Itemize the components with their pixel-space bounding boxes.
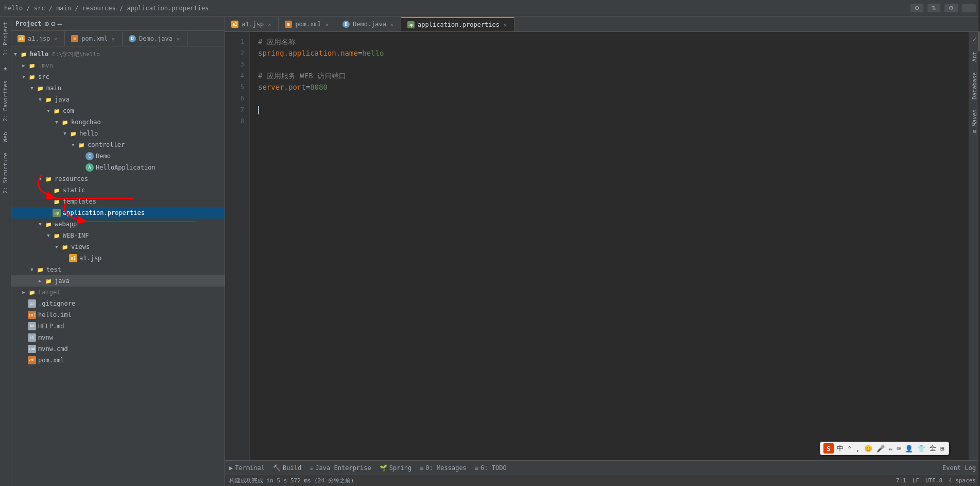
tree-item-test[interactable]: 📁 test: [11, 264, 225, 275]
editor-tab-pomxml[interactable]: m pom.xml ✕: [279, 17, 336, 31]
tree-item-gitignore[interactable]: gi .gitignore: [11, 298, 225, 309]
bottom-tab-terminal[interactable]: ▶ Terminal: [229, 464, 265, 472]
ime-mic[interactable]: 🎤: [875, 445, 886, 453]
tree-item-webinf[interactable]: 📁 WEB-INF: [11, 230, 225, 241]
sidebar-tab-project[interactable]: 1: Project: [2, 16, 9, 61]
panel-icon-settings[interactable]: ⚙: [51, 20, 55, 28]
toolbar-btn-1[interactable]: ⊕: [910, 4, 923, 12]
ime-emoji[interactable]: 😊: [863, 445, 873, 453]
toolbar-btn-2[interactable]: ⇅: [927, 4, 940, 12]
checkmark-icon[interactable]: ✓: [972, 32, 976, 46]
ime-keyboard[interactable]: ⌨: [896, 445, 902, 453]
tree-item-helloiml[interactable]: iml hello.iml: [11, 309, 225, 321]
tree-item-resources[interactable]: 📁 resources: [11, 173, 225, 185]
ime-toolbar[interactable]: S 中 ° , 😊 🎤 ✏ ⌨ 👤 👕 全 ⊞: [820, 442, 949, 455]
tab-close-a1jsp[interactable]: ✕: [53, 36, 58, 42]
sidebar-tab-favorites-star[interactable]: ★: [3, 61, 7, 75]
ime-chinese[interactable]: 中: [836, 444, 845, 453]
event-log-link[interactable]: Event Log: [942, 464, 976, 472]
editor-tab-a1jsp[interactable]: a1 a1.jsp ✕: [225, 17, 279, 31]
tree-item-webapp[interactable]: 📁 webapp: [11, 219, 225, 230]
bottom-tab-messages[interactable]: ≡ 0: Messages: [420, 464, 467, 472]
panel-icon-locate[interactable]: ⊕: [45, 20, 49, 28]
tree-item-kongchao[interactable]: 📁 kongchao: [11, 116, 225, 128]
editor-tab-label-a1jsp: a1.jsp: [242, 21, 264, 28]
tab-close-pomxml[interactable]: ✕: [111, 36, 116, 42]
toolbar-btn-3[interactable]: ⚙: [944, 4, 958, 12]
tree-item-helpmd[interactable]: md HELP.md: [11, 321, 225, 332]
tree-label-helpmd: HELP.md: [38, 323, 220, 330]
tree-label-pomxml: pom.xml: [38, 357, 220, 364]
sidebar-label-database[interactable]: Database: [971, 67, 978, 105]
tree-item-target[interactable]: 📁 target: [11, 287, 225, 298]
tab-pomxml[interactable]: m pom.xml ✕: [65, 31, 123, 46]
line-num-2: 2: [225, 47, 249, 59]
code-editor[interactable]: # 应用名称 spring.application.name=hello # 应…: [250, 32, 969, 460]
tree-item-java[interactable]: 📁 java: [11, 94, 225, 105]
right-scrollbar-thumb[interactable]: [978, 32, 980, 52]
tree-item-a1jsp[interactable]: a1 a1.jsp: [11, 253, 225, 264]
tree-arrow-resources: [36, 175, 44, 183]
tree-arrow-webinf: [44, 231, 53, 240]
tree-arrow-templates: [44, 197, 53, 206]
project-tree[interactable]: 📁 hello E:\学习吧\hello 📁 .mvn 📁 src: [11, 46, 225, 486]
tree-item-src[interactable]: 📁 src: [11, 71, 225, 82]
tree-item-mvn[interactable]: 📁 .mvn: [11, 60, 225, 71]
tree-item-hello-pkg[interactable]: 📁 hello: [11, 128, 225, 139]
editor-tab-appprops[interactable]: ap application.properties ✕: [401, 17, 514, 31]
tree-item-demo[interactable]: C Demo: [11, 150, 225, 162]
tree-item-controller[interactable]: 📁 controller: [11, 139, 225, 150]
editor-content: 1 2 3 4 5 6 7 8 # 应用名称 spring.applicatio…: [225, 32, 980, 460]
sidebar-tab-structure[interactable]: 2: Structure: [2, 147, 9, 198]
file-icon-mvnwcmd: cmd: [28, 345, 36, 353]
tab-close-demojava[interactable]: ✕: [176, 36, 181, 42]
ime-shirt[interactable]: 👕: [916, 445, 926, 453]
tree-item-java-test[interactable]: 📁 java: [11, 275, 225, 287]
file-icon-helloiml: iml: [28, 311, 36, 319]
tree-arrow-main: [28, 84, 36, 92]
editor-tab-demojava[interactable]: D Demo.java ✕: [336, 17, 401, 31]
tree-item-helloapplication[interactable]: A HelloApplication: [11, 162, 225, 173]
ime-dot[interactable]: °: [847, 445, 853, 453]
tree-label-helloiml: hello.iml: [38, 311, 220, 319]
folder-icon-templates: 📁: [53, 197, 61, 206]
toolbar-right: ⊕ ⇅ ⚙ —: [910, 4, 976, 12]
code-key-5: server.port: [258, 83, 306, 91]
tree-label-target: target: [38, 289, 220, 296]
tree-item-templates[interactable]: 📁 templates: [11, 196, 225, 207]
ime-full[interactable]: 全: [929, 444, 937, 453]
tree-item-views[interactable]: 📁 views: [11, 241, 225, 253]
bottom-tab-java-enterprise[interactable]: ☕ Java Enterprise: [310, 464, 371, 472]
sidebar-tab-favorites[interactable]: 2: Favorites: [2, 75, 9, 126]
editor-tab-close-a1jsp[interactable]: ✕: [267, 21, 272, 28]
bottom-tab-build[interactable]: 🔨 Build: [273, 464, 301, 472]
editor-tab-close-pomxml[interactable]: ✕: [324, 21, 330, 28]
bottom-tab-spring[interactable]: 🌱 Spring: [380, 464, 411, 472]
tree-label-mvn: .mvn: [38, 62, 220, 69]
ime-pen[interactable]: ✏: [888, 445, 894, 453]
tree-item-hello-root[interactable]: 📁 hello E:\学习吧\hello: [11, 48, 225, 60]
sidebar-tab-web[interactable]: Web: [2, 127, 9, 147]
ime-user[interactable]: 👤: [904, 445, 914, 453]
folder-icon-resources: 📁: [44, 175, 53, 183]
ime-grid[interactable]: ⊞: [939, 445, 945, 453]
tree-item-static[interactable]: 📁 static: [11, 185, 225, 196]
editor-tab-close-appprops[interactable]: ✕: [503, 22, 508, 28]
file-icon-helloapplication: A: [85, 163, 94, 172]
tree-item-pomxml[interactable]: xml pom.xml: [11, 355, 225, 366]
sidebar-label-ant[interactable]: Ant: [971, 46, 978, 67]
tree-item-com[interactable]: 📁 com: [11, 105, 225, 116]
tree-item-mvnw[interactable]: sh mvnw: [11, 332, 225, 343]
editor-tab-close-demojava[interactable]: ✕: [389, 21, 394, 28]
tree-item-main[interactable]: 📁 main: [11, 82, 225, 94]
toolbar-btn-4[interactable]: —: [962, 4, 976, 12]
tab-a1jsp[interactable]: a1 a1.jsp ✕: [11, 31, 65, 46]
ime-comma[interactable]: ,: [855, 445, 861, 453]
tab-demojava[interactable]: D Demo.java ✕: [123, 31, 187, 46]
panel-icon-close[interactable]: —: [57, 20, 61, 28]
file-icon-mvnw: sh: [28, 333, 36, 342]
tree-item-appprops[interactable]: ap application.properties: [11, 207, 225, 219]
bottom-tab-todo[interactable]: ≡ 6: TODO: [475, 464, 507, 472]
sidebar-label-maven[interactable]: m Maven: [971, 105, 978, 139]
tree-item-mvnwcmd[interactable]: cmd mvnw.cmd: [11, 343, 225, 355]
